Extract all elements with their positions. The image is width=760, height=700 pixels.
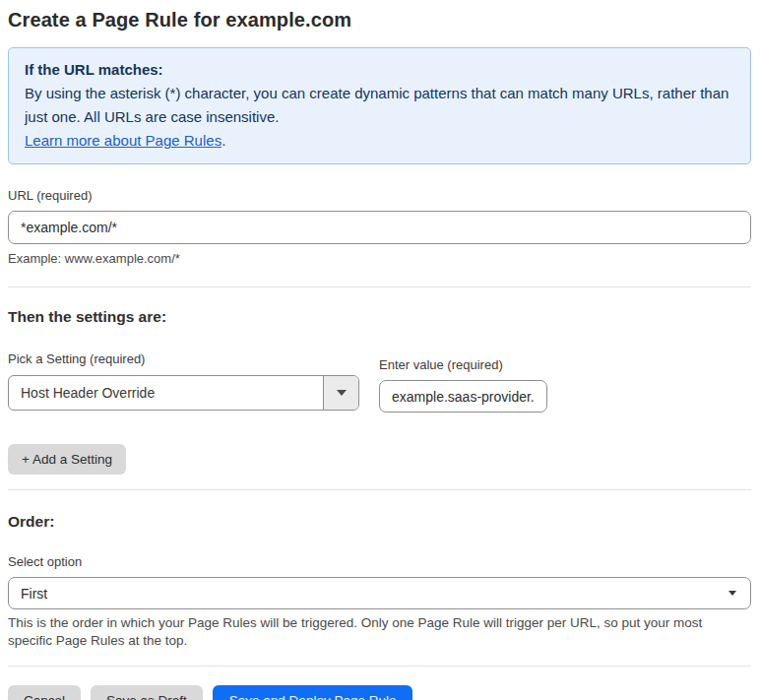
setting-dropdown[interactable]: Host Header Override bbox=[8, 375, 359, 411]
chevron-down-icon bbox=[728, 591, 736, 596]
footer-actions: Cancel Save as Draft Save and Deploy Pag… bbox=[8, 685, 751, 700]
save-and-deploy-button[interactable]: Save and Deploy Page Rule bbox=[213, 685, 413, 700]
info-box-link-line: Learn more about Page Rules. bbox=[25, 129, 734, 153]
link-period: . bbox=[222, 132, 225, 149]
divider bbox=[8, 489, 751, 490]
pick-setting-column: Pick a Setting (required) Host Header Ov… bbox=[8, 350, 359, 411]
setting-dropdown-value: Host Header Override bbox=[9, 376, 323, 410]
add-setting-button[interactable]: + Add a Setting bbox=[8, 444, 126, 475]
url-matches-info-box: If the URL matches: By using the asteris… bbox=[8, 47, 751, 164]
setting-dropdown-button[interactable] bbox=[323, 376, 358, 410]
enter-value-label: Enter value (required) bbox=[379, 357, 503, 372]
url-section: URL (required) Example: www.example.com/… bbox=[8, 186, 751, 267]
order-help-text: This is the order in which your Page Rul… bbox=[8, 614, 744, 650]
settings-row: Pick a Setting (required) Host Header Ov… bbox=[8, 350, 751, 413]
cancel-button[interactable]: Cancel bbox=[8, 685, 81, 700]
setting-value-input[interactable] bbox=[379, 380, 547, 413]
info-box-heading: If the URL matches: bbox=[25, 58, 734, 82]
order-select-value: First bbox=[21, 586, 728, 602]
info-box-body: By using the asterisk (*) character, you… bbox=[25, 82, 734, 129]
order-select-label: Select option bbox=[8, 554, 751, 570]
settings-heading: Then the settings are: bbox=[8, 308, 751, 326]
pick-setting-label: Pick a Setting (required) bbox=[8, 351, 145, 366]
order-heading: Order: bbox=[8, 513, 751, 531]
divider bbox=[8, 666, 751, 667]
divider bbox=[8, 286, 751, 287]
url-label: URL (required) bbox=[8, 188, 93, 203]
order-select[interactable]: First bbox=[8, 577, 751, 609]
chevron-down-icon bbox=[337, 390, 347, 396]
learn-more-link[interactable]: Learn more about Page Rules bbox=[25, 132, 222, 149]
page-title: Create a Page Rule for example.com bbox=[8, 8, 751, 32]
url-example-text: Example: www.example.com/* bbox=[8, 251, 751, 267]
url-input[interactable] bbox=[8, 211, 751, 244]
enter-value-column: Enter value (required) bbox=[379, 350, 547, 413]
save-as-draft-button[interactable]: Save as Draft bbox=[91, 685, 203, 700]
